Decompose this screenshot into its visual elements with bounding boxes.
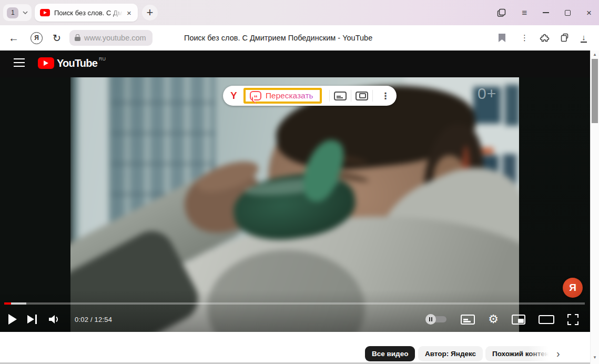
tab-group-dropdown[interactable]: 1 — [3, 4, 32, 21]
side-panels-icon[interactable] — [497, 8, 506, 17]
captions-icon[interactable] — [461, 315, 475, 325]
yandex-overlay-toolbar: Y “ Пересказать ⋮ — [223, 86, 397, 106]
reload-button[interactable]: ↻ — [53, 32, 61, 44]
overlay-more-icon[interactable]: ⋮ — [381, 90, 390, 102]
quote-bubble-icon: “ — [250, 91, 261, 100]
chevron-down-icon — [23, 11, 28, 14]
time-display: 0:02 / 12:54 — [75, 316, 112, 323]
yandex-browser-icon[interactable]: Y — [230, 90, 237, 102]
yandex-badge-button[interactable]: Я — [563, 278, 583, 298]
address-toolbar: ← Я ↻ www.youtube.com Поиск без слов. С … — [0, 25, 599, 50]
fullscreen-icon[interactable] — [567, 314, 578, 325]
url-text: www.youtube.com — [84, 34, 146, 42]
next-button[interactable] — [27, 315, 37, 324]
maximize-button[interactable] — [565, 10, 571, 16]
bottom-panel: Все видео Автор: Яндекс Похожий контент … — [0, 332, 599, 364]
bookmark-icon[interactable] — [499, 34, 505, 42]
browser-window: 1 Поиск без слов. С Дми × + ≡ × ← Я ↻ ww… — [0, 0, 599, 364]
close-window-button[interactable]: × — [586, 8, 592, 17]
age-rating-label: 0+ — [478, 85, 496, 103]
page-title: Поиск без слов. С Дмитрием Побединским -… — [184, 34, 372, 42]
retell-label: Пересказать — [266, 91, 313, 100]
retell-button-highlighted[interactable]: “ Пересказать — [243, 88, 322, 104]
theater-mode-icon[interactable] — [539, 315, 554, 324]
overlay-pip-icon[interactable] — [356, 92, 368, 100]
play-button[interactable] — [8, 314, 17, 325]
video-player[interactable]: 0+ Y “ Пересказать ⋮ 0: — [0, 77, 590, 332]
player-controls-right: ⚙ — [425, 308, 578, 331]
youtube-play-icon — [38, 57, 54, 69]
youtube-header: YouTube RU ⋮ Войти — [0, 50, 590, 77]
youtube-country-badge: RU — [99, 56, 106, 62]
scrollbar-thumb[interactable] — [592, 59, 598, 123]
scrollbar-up-icon[interactable]: ▴ — [591, 52, 599, 57]
played-bar — [4, 302, 11, 305]
chip-author[interactable]: Автор: Яндекс — [418, 346, 483, 361]
player-controls-left: 0:02 / 12:54 — [8, 308, 112, 331]
toolbar-more-icon[interactable]: ⋮ — [521, 33, 529, 43]
volume-button[interactable] — [47, 314, 61, 325]
collections-icon[interactable] — [560, 33, 570, 43]
downloads-icon[interactable]: ↓ — [581, 33, 587, 43]
speaker-icon — [47, 314, 61, 325]
youtube-favicon — [40, 9, 50, 16]
autoplay-toggle[interactable] — [425, 314, 448, 325]
url-pill[interactable]: www.youtube.com — [69, 30, 153, 46]
youtube-menu-icon[interactable] — [14, 58, 25, 67]
overlay-subtitles-icon[interactable] — [334, 92, 347, 100]
youtube-logo[interactable]: YouTube RU — [38, 57, 106, 69]
chips-fade — [527, 345, 554, 362]
tab-strip: 1 Поиск без слов. С Дми × + ≡ × — [0, 0, 599, 25]
chips-next-icon[interactable]: › — [556, 346, 560, 361]
scrollbar-down-icon[interactable]: ▾ — [591, 355, 599, 360]
minimize-button[interactable] — [543, 12, 549, 13]
window-controls: ≡ × — [497, 0, 592, 25]
tab-title: Поиск без слов. С Дми — [54, 9, 125, 17]
tab-counter[interactable]: 1 — [7, 7, 18, 18]
browser-tab[interactable]: Поиск без слов. С Дми × — [35, 4, 138, 22]
yandex-home-button[interactable]: Я — [31, 32, 43, 44]
extensions-icon[interactable] — [540, 33, 550, 43]
tab-close-icon[interactable]: × — [127, 8, 131, 17]
page-scrollbar[interactable]: ▴ ▾ — [590, 50, 599, 364]
new-tab-button[interactable]: + — [142, 5, 158, 21]
chip-all-videos[interactable]: Все видео — [365, 346, 415, 361]
back-button[interactable]: ← — [8, 32, 19, 44]
miniplayer-icon[interactable] — [512, 315, 525, 325]
lock-icon — [75, 37, 80, 41]
progress-bar[interactable] — [4, 302, 585, 305]
browser-menu-icon[interactable]: ≡ — [522, 8, 527, 17]
settings-gear-icon[interactable]: ⚙ — [488, 314, 499, 325]
